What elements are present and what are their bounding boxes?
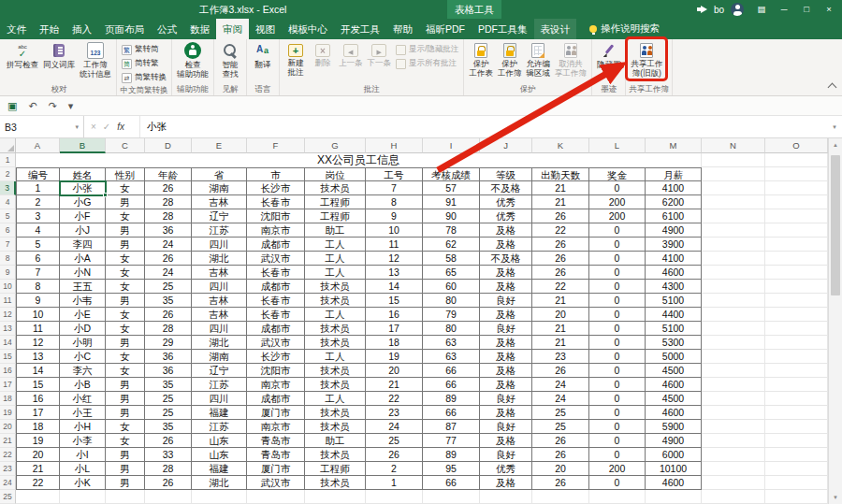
cell-H22[interactable]: 26 [366,448,423,462]
cell-D8[interactable]: 26 [145,252,192,266]
cell-E19[interactable]: 福建 [192,406,247,420]
cell-H15[interactable]: 19 [366,350,423,364]
cell-G23[interactable]: 工程师 [305,462,366,476]
cell-H14[interactable]: 18 [366,336,423,350]
empty-cell[interactable] [765,209,828,223]
cell-F15[interactable]: 长沙市 [247,350,305,364]
cell-G7[interactable]: 工人 [305,238,366,252]
tab-home[interactable]: 开始 [33,19,65,39]
cell-G16[interactable]: 技术员 [305,364,366,378]
empty-cell[interactable] [765,476,828,490]
column-header-H[interactable]: H [366,138,423,153]
cell-K12[interactable]: 20 [532,308,589,322]
column-header-B[interactable]: B [60,138,106,153]
cell-H8[interactable]: 12 [366,252,423,266]
empty-cell[interactable] [702,378,765,392]
empty-cell[interactable] [765,153,828,167]
cell-J7[interactable]: 及格 [480,238,532,252]
protect-workbook-button[interactable]: 保护工作簿 [496,40,524,78]
cell-M20[interactable]: 5900 [646,420,702,434]
cell-D11[interactable]: 35 [145,294,192,308]
table-header-cell[interactable]: 姓名 [60,167,106,181]
cell-L6[interactable]: 0 [589,223,646,238]
cell-B10[interactable]: 王五 [60,280,106,294]
cell-H6[interactable]: 10 [366,223,423,238]
cell-C14[interactable]: 男 [106,336,145,350]
cell-G15[interactable]: 工人 [305,350,366,364]
row-header-1[interactable]: 1 [0,153,16,167]
empty-cell[interactable] [765,195,828,209]
row-header-11[interactable]: 11 [0,294,16,308]
cell-G9[interactable]: 工人 [305,266,366,280]
row-header-8[interactable]: 8 [0,252,16,266]
cancel-icon[interactable]: × [91,122,96,132]
cell-K3[interactable]: 21 [532,181,589,195]
empty-cell[interactable] [765,490,828,504]
cell-I23[interactable]: 95 [423,462,480,476]
cell-L15[interactable]: 0 [589,350,646,364]
save-button[interactable]: ▣ [7,96,17,115]
empty-cell[interactable] [765,406,828,420]
cell-C6[interactable]: 男 [106,223,145,238]
next-comment-button[interactable]: 下一条 [366,40,394,67]
cell-E8[interactable]: 湖北 [192,252,247,266]
cell-A5[interactable]: 3 [16,209,60,223]
empty-cell[interactable] [702,153,765,167]
redo-button[interactable]: ↷ [49,96,57,115]
cell-H24[interactable]: 1 [366,476,423,490]
empty-cell[interactable] [16,490,60,504]
empty-cell[interactable] [702,181,765,195]
cell-C22[interactable]: 男 [106,448,145,462]
tab-data[interactable]: 数据 [183,19,216,39]
cell-C24[interactable]: 男 [106,476,145,490]
empty-cell[interactable] [532,490,589,504]
cell-B18[interactable]: 小红 [60,392,106,406]
column-header-E[interactable]: E [192,138,247,153]
cell-M16[interactable]: 4500 [646,364,702,378]
cell-B4[interactable]: 小G [60,195,106,209]
cell-A12[interactable]: 10 [16,308,60,322]
cell-J12[interactable]: 及格 [480,308,532,322]
cell-D5[interactable]: 28 [145,209,192,223]
cell-I11[interactable]: 80 [423,294,480,308]
cell-J10[interactable]: 及格 [480,280,532,294]
cell-M3[interactable]: 4100 [646,181,702,195]
cell-C11[interactable]: 男 [106,294,145,308]
cell-B14[interactable]: 小明 [60,336,106,350]
tab-page-layout[interactable]: 页面布局 [98,19,151,39]
tab-table-design[interactable]: 表设计 [534,19,577,39]
cell-F5[interactable]: 沈阳市 [247,209,305,223]
empty-cell[interactable] [765,448,828,462]
cell-G22[interactable]: 技术员 [305,448,366,462]
cell-G5[interactable]: 工程师 [305,209,366,223]
cell-A11[interactable]: 9 [16,294,60,308]
thesaurus-button[interactable]: 同义词库 [41,40,77,69]
table-header-cell[interactable]: 性别 [106,167,145,181]
cell-J22[interactable]: 良好 [480,448,532,462]
cell-I21[interactable]: 77 [423,434,480,448]
smart-lookup-button[interactable]: 智能查找 [217,40,243,79]
table-header-cell[interactable]: 工号 [366,167,423,181]
cell-H4[interactable]: 8 [366,195,423,209]
cell-I7[interactable]: 62 [423,238,480,252]
show-hide-comment-button[interactable]: 显示/隐藏批注 [394,43,460,56]
cell-I18[interactable]: 89 [423,392,480,406]
empty-cell[interactable] [765,280,828,294]
column-header-N[interactable]: N [702,138,765,153]
empty-cell[interactable] [646,490,702,504]
cell-K24[interactable]: 26 [532,476,589,490]
cell-L9[interactable]: 0 [589,266,646,280]
cell-L3[interactable]: 0 [589,181,646,195]
cell-F13[interactable]: 成都市 [247,322,305,336]
cell-A24[interactable]: 22 [16,476,60,490]
table-header-cell[interactable]: 考核成绩 [423,167,480,181]
cell-E7[interactable]: 四川 [192,238,247,252]
cell-M21[interactable]: 4900 [646,434,702,448]
cell-D17[interactable]: 35 [145,378,192,392]
column-header-K[interactable]: K [532,138,589,153]
table-header-cell[interactable]: 奖金 [589,167,646,181]
table-header-cell[interactable]: 年龄 [145,167,192,181]
empty-cell[interactable] [423,490,480,504]
cell-E5[interactable]: 辽宁 [192,209,247,223]
traditional-to-simplified-button[interactable]: 繁转简 [120,43,168,56]
